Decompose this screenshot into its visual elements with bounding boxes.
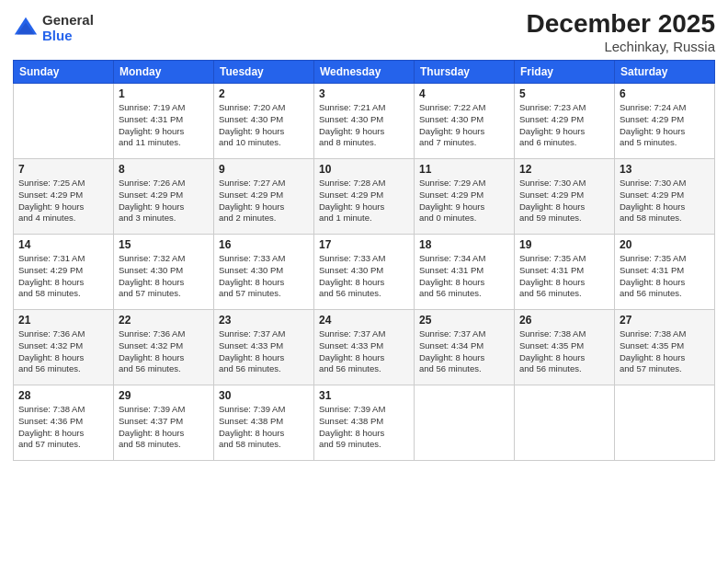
col-tuesday: Tuesday <box>214 61 314 84</box>
calendar-cell: 14Sunrise: 7:31 AM Sunset: 4:29 PM Dayli… <box>14 235 114 310</box>
day-number: 16 <box>219 238 309 251</box>
day-info: Sunrise: 7:31 AM Sunset: 4:29 PM Dayligh… <box>18 253 108 300</box>
calendar-cell: 12Sunrise: 7:30 AM Sunset: 4:29 PM Dayli… <box>515 159 615 235</box>
day-number: 23 <box>219 314 309 327</box>
day-number: 13 <box>620 163 710 176</box>
day-number: 30 <box>219 389 309 402</box>
title-block: December 2025 Lechinkay, Russia <box>527 9 715 54</box>
calendar-cell: 3Sunrise: 7:21 AM Sunset: 4:30 PM Daylig… <box>314 84 415 159</box>
calendar-cell: 27Sunrise: 7:38 AM Sunset: 4:35 PM Dayli… <box>615 310 715 385</box>
logo-general: General <box>42 13 94 29</box>
day-number: 18 <box>419 238 509 251</box>
day-number: 31 <box>319 389 409 402</box>
day-info: Sunrise: 7:38 AM Sunset: 4:36 PM Dayligh… <box>18 404 108 451</box>
col-friday: Friday <box>515 61 615 84</box>
calendar-week-1: 1Sunrise: 7:19 AM Sunset: 4:31 PM Daylig… <box>14 84 715 159</box>
col-thursday: Thursday <box>415 61 515 84</box>
day-number: 26 <box>519 314 609 327</box>
day-info: Sunrise: 7:21 AM Sunset: 4:30 PM Dayligh… <box>319 102 409 149</box>
calendar-cell: 19Sunrise: 7:35 AM Sunset: 4:31 PM Dayli… <box>515 235 615 310</box>
page-subtitle: Lechinkay, Russia <box>527 39 715 54</box>
calendar-week-4: 21Sunrise: 7:36 AM Sunset: 4:32 PM Dayli… <box>14 310 715 385</box>
calendar-week-5: 28Sunrise: 7:38 AM Sunset: 4:36 PM Dayli… <box>14 385 715 461</box>
calendar-cell: 10Sunrise: 7:28 AM Sunset: 4:29 PM Dayli… <box>314 159 415 235</box>
calendar-cell: 9Sunrise: 7:27 AM Sunset: 4:29 PM Daylig… <box>214 159 314 235</box>
calendar-cell: 7Sunrise: 7:25 AM Sunset: 4:29 PM Daylig… <box>14 159 114 235</box>
logo-blue: Blue <box>42 29 94 44</box>
day-info: Sunrise: 7:19 AM Sunset: 4:31 PM Dayligh… <box>119 102 209 149</box>
calendar-cell: 5Sunrise: 7:23 AM Sunset: 4:29 PM Daylig… <box>515 84 615 159</box>
day-info: Sunrise: 7:33 AM Sunset: 4:30 PM Dayligh… <box>319 253 409 300</box>
calendar-cell: 21Sunrise: 7:36 AM Sunset: 4:32 PM Dayli… <box>14 310 114 385</box>
calendar-cell: 13Sunrise: 7:30 AM Sunset: 4:29 PM Dayli… <box>615 159 715 235</box>
day-number: 1 <box>119 87 209 100</box>
day-number: 27 <box>620 314 710 327</box>
day-info: Sunrise: 7:26 AM Sunset: 4:29 PM Dayligh… <box>119 178 209 224</box>
calendar-cell: 4Sunrise: 7:22 AM Sunset: 4:30 PM Daylig… <box>415 84 515 159</box>
day-info: Sunrise: 7:25 AM Sunset: 4:29 PM Dayligh… <box>18 178 108 224</box>
calendar-cell <box>415 385 515 461</box>
calendar-cell: 16Sunrise: 7:33 AM Sunset: 4:30 PM Dayli… <box>214 235 314 310</box>
col-monday: Monday <box>114 61 214 84</box>
calendar-cell: 18Sunrise: 7:34 AM Sunset: 4:31 PM Dayli… <box>415 235 515 310</box>
calendar-cell: 31Sunrise: 7:39 AM Sunset: 4:38 PM Dayli… <box>314 385 415 461</box>
day-info: Sunrise: 7:34 AM Sunset: 4:31 PM Dayligh… <box>419 253 509 300</box>
calendar-cell: 28Sunrise: 7:38 AM Sunset: 4:36 PM Dayli… <box>14 385 114 461</box>
day-number: 8 <box>119 163 209 176</box>
calendar-cell <box>615 385 715 461</box>
calendar-cell: 2Sunrise: 7:20 AM Sunset: 4:30 PM Daylig… <box>214 84 314 159</box>
day-number: 17 <box>319 238 409 251</box>
day-number: 24 <box>319 314 409 327</box>
day-number: 4 <box>419 87 509 100</box>
day-number: 28 <box>18 389 108 402</box>
day-info: Sunrise: 7:23 AM Sunset: 4:29 PM Dayligh… <box>519 102 609 149</box>
day-info: Sunrise: 7:37 AM Sunset: 4:33 PM Dayligh… <box>219 328 309 375</box>
calendar-header-row: Sunday Monday Tuesday Wednesday Thursday… <box>14 61 715 84</box>
day-number: 10 <box>319 163 409 176</box>
header: General Blue December 2025 Lechinkay, Ru… <box>13 9 715 54</box>
calendar-cell: 24Sunrise: 7:37 AM Sunset: 4:33 PM Dayli… <box>314 310 415 385</box>
day-number: 15 <box>119 238 209 251</box>
day-info: Sunrise: 7:32 AM Sunset: 4:30 PM Dayligh… <box>119 253 209 300</box>
calendar-cell: 29Sunrise: 7:39 AM Sunset: 4:37 PM Dayli… <box>114 385 214 461</box>
calendar-cell: 20Sunrise: 7:35 AM Sunset: 4:31 PM Dayli… <box>615 235 715 310</box>
day-info: Sunrise: 7:20 AM Sunset: 4:30 PM Dayligh… <box>219 102 309 149</box>
day-info: Sunrise: 7:37 AM Sunset: 4:34 PM Dayligh… <box>419 328 509 375</box>
day-info: Sunrise: 7:27 AM Sunset: 4:29 PM Dayligh… <box>219 178 309 224</box>
day-number: 6 <box>620 87 710 100</box>
calendar-cell: 15Sunrise: 7:32 AM Sunset: 4:30 PM Dayli… <box>114 235 214 310</box>
calendar-cell: 11Sunrise: 7:29 AM Sunset: 4:29 PM Dayli… <box>415 159 515 235</box>
calendar-week-3: 14Sunrise: 7:31 AM Sunset: 4:29 PM Dayli… <box>14 235 715 310</box>
day-info: Sunrise: 7:39 AM Sunset: 4:38 PM Dayligh… <box>319 404 409 451</box>
calendar-cell <box>515 385 615 461</box>
day-info: Sunrise: 7:38 AM Sunset: 4:35 PM Dayligh… <box>519 328 609 375</box>
day-info: Sunrise: 7:39 AM Sunset: 4:38 PM Dayligh… <box>219 404 309 451</box>
day-info: Sunrise: 7:33 AM Sunset: 4:30 PM Dayligh… <box>219 253 309 300</box>
col-wednesday: Wednesday <box>314 61 415 84</box>
day-number: 2 <box>219 87 309 100</box>
day-info: Sunrise: 7:29 AM Sunset: 4:29 PM Dayligh… <box>419 178 509 224</box>
day-number: 7 <box>18 163 108 176</box>
page-title: December 2025 <box>527 9 715 39</box>
calendar-cell: 22Sunrise: 7:36 AM Sunset: 4:32 PM Dayli… <box>114 310 214 385</box>
day-number: 29 <box>119 389 209 402</box>
day-info: Sunrise: 7:36 AM Sunset: 4:32 PM Dayligh… <box>119 328 209 375</box>
day-number: 9 <box>219 163 309 176</box>
day-number: 19 <box>519 238 609 251</box>
day-number: 20 <box>620 238 710 251</box>
col-sunday: Sunday <box>14 61 114 84</box>
calendar-cell: 17Sunrise: 7:33 AM Sunset: 4:30 PM Dayli… <box>314 235 415 310</box>
calendar-cell <box>14 84 114 159</box>
day-info: Sunrise: 7:35 AM Sunset: 4:31 PM Dayligh… <box>620 253 710 300</box>
calendar-table: Sunday Monday Tuesday Wednesday Thursday… <box>13 60 715 461</box>
calendar-cell: 6Sunrise: 7:24 AM Sunset: 4:29 PM Daylig… <box>615 84 715 159</box>
day-info: Sunrise: 7:28 AM Sunset: 4:29 PM Dayligh… <box>319 178 409 224</box>
day-info: Sunrise: 7:24 AM Sunset: 4:29 PM Dayligh… <box>620 102 710 149</box>
logo-icon <box>13 16 39 41</box>
calendar-cell: 30Sunrise: 7:39 AM Sunset: 4:38 PM Dayli… <box>214 385 314 461</box>
day-number: 22 <box>119 314 209 327</box>
calendar-cell: 25Sunrise: 7:37 AM Sunset: 4:34 PM Dayli… <box>415 310 515 385</box>
day-number: 11 <box>419 163 509 176</box>
day-info: Sunrise: 7:36 AM Sunset: 4:32 PM Dayligh… <box>18 328 108 375</box>
day-info: Sunrise: 7:37 AM Sunset: 4:33 PM Dayligh… <box>319 328 409 375</box>
